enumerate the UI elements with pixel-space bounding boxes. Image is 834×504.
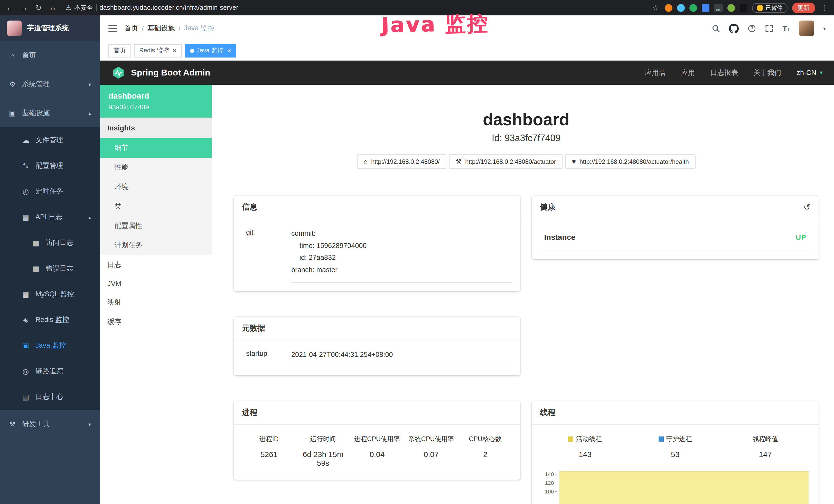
- breadcrumb-separator: /: [142, 24, 144, 32]
- history-icon[interactable]: ↺: [804, 203, 810, 211]
- close-icon[interactable]: ×: [173, 47, 176, 54]
- font-size-icon[interactable]: TT: [782, 24, 790, 32]
- breadcrumb-item-home[interactable]: 首页: [124, 24, 138, 33]
- extension-icon-orange[interactable]: [664, 4, 672, 12]
- sba-nav-applications[interactable]: 应用: [681, 68, 695, 77]
- clock-icon: ◴: [22, 187, 30, 196]
- sba-nav-wallboard[interactable]: 应用墙: [645, 68, 665, 77]
- extension-icon-leaf[interactable]: [727, 4, 735, 12]
- extension-icon-blue-grid[interactable]: [701, 4, 709, 12]
- sidebar-item-system[interactable]: ⚙ 系统管理 ▾: [0, 70, 100, 98]
- instance-link-root[interactable]: ⌂ http://192.168.0.2:48080/: [357, 154, 446, 169]
- sidebar-item-infrastructure[interactable]: ▣ 基础设施 ▴: [0, 98, 100, 127]
- sidebar-item-scheduled-jobs[interactable]: ◴ 定时任务: [0, 179, 100, 204]
- legend-live-threads: 活动线程 143: [540, 435, 630, 459]
- sba-nav-about[interactable]: 关于我们: [753, 68, 781, 77]
- sidebar-item-log-center[interactable]: ▤ 日志中心: [0, 384, 100, 410]
- help-icon[interactable]: [747, 23, 756, 34]
- tag-label: Redis 监控: [139, 46, 169, 55]
- instance-link-actuator[interactable]: ⚒ http://192.168.0.2:48080/actuator: [449, 154, 563, 169]
- user-avatar[interactable]: [799, 21, 814, 36]
- legend-daemon-threads: 守护进程 53: [630, 435, 720, 459]
- sba-item-configprops[interactable]: 配置属性: [100, 216, 212, 236]
- sba-item-jvm[interactable]: JVM: [100, 275, 212, 293]
- hamburger-icon[interactable]: [108, 25, 117, 31]
- github-icon[interactable]: [729, 23, 739, 34]
- profile-paused-chip[interactable]: 已暂停: [752, 3, 787, 13]
- fullscreen-icon[interactable]: [765, 23, 774, 34]
- tag-java-monitor[interactable]: Java 监控 ×: [185, 44, 236, 57]
- sba-item-caches[interactable]: 缓存: [100, 312, 212, 332]
- sba-section-insights[interactable]: Insights: [100, 118, 212, 138]
- sidebar-item-label: 定时任务: [36, 187, 63, 196]
- app-title: 芋道管理系统: [27, 24, 69, 33]
- sba-brand-title: Spring Boot Admin: [131, 68, 211, 78]
- extension-icon-on-badge[interactable]: on: [714, 4, 723, 12]
- sidebar-item-mysql-monitor[interactable]: ▦ MySQL 监控: [0, 281, 100, 307]
- sba-item-scheduled-tasks[interactable]: 计划任务: [100, 236, 212, 255]
- sba-locale-select[interactable]: zh-CN ▾: [796, 69, 823, 76]
- instance-health-row[interactable]: Instance UP: [540, 228, 811, 251]
- tag-redis-monitor[interactable]: Redis 监控 ×: [134, 44, 182, 57]
- sba-nav-journal[interactable]: 日志报表: [710, 68, 738, 77]
- sba-brand[interactable]: Spring Boot Admin: [111, 66, 211, 79]
- metadata-line: 2021-04-27T00:44:31.254+08:00: [291, 348, 512, 361]
- browser-forward-button[interactable]: →: [20, 4, 29, 12]
- sidebar-item-java-monitor[interactable]: ▣ Java 监控: [0, 333, 100, 359]
- instance-title: dashboard: [234, 110, 818, 129]
- threads-chart-plot: [560, 470, 811, 503]
- sba-item-environment[interactable]: 环境: [100, 177, 212, 197]
- chevron-up-icon: ▴: [88, 110, 91, 116]
- chevron-down-icon: ▾: [88, 421, 91, 427]
- app-logo[interactable]: 芋道管理系统: [0, 16, 100, 41]
- chevron-down-icon: ▾: [820, 69, 823, 76]
- breadcrumb-item-infra[interactable]: 基础设施: [147, 24, 175, 33]
- wrench-icon: ⚒: [456, 158, 462, 165]
- close-icon[interactable]: ×: [227, 47, 231, 54]
- extension-icon-dark[interactable]: [740, 4, 747, 12]
- sba-sidebar: dashboard 93a3fc7f7409 Insights 细节 性能 环境…: [100, 85, 212, 504]
- browser-update-button[interactable]: 更新: [792, 2, 815, 13]
- avatar-caret-icon[interactable]: ▾: [823, 25, 826, 31]
- search-icon[interactable]: [711, 23, 720, 34]
- sba-instance-card[interactable]: dashboard 93a3fc7f7409: [100, 85, 212, 118]
- card-title: 线程: [532, 401, 819, 425]
- sba-item-metrics[interactable]: 性能: [100, 158, 212, 177]
- extension-icon-green[interactable]: [689, 4, 697, 12]
- sidebar-item-home[interactable]: ⌂ 首页: [0, 41, 100, 70]
- sba-item-loggers[interactable]: 日志: [100, 255, 212, 275]
- sba-item-mappings[interactable]: 映射: [100, 293, 212, 312]
- browser-reload-button[interactable]: ↻: [34, 4, 43, 12]
- legend-swatch-blue: [659, 436, 664, 442]
- sba-body: dashboard 93a3fc7f7409 Insights 细节 性能 环境…: [100, 85, 834, 504]
- process-column-system-cpu: 系统CPU使用率 0.07: [404, 435, 459, 467]
- sidebar-item-dev-tools[interactable]: ⚒ 研发工具 ▾: [0, 410, 100, 438]
- tag-home[interactable]: 首页: [108, 44, 131, 57]
- instance-link-health[interactable]: ♥ http://192.168.0.2:48080/actuator/heal…: [565, 154, 696, 169]
- sidebar-item-redis-monitor[interactable]: ◈ Redis 监控: [0, 307, 100, 333]
- address-bar[interactable]: dashboard.yudao.iocoder.cn/infra/admin-s…: [100, 4, 239, 11]
- legend-value: 143: [540, 450, 630, 459]
- extension-icon-cyan[interactable]: [677, 4, 684, 12]
- sidebar-item-file-management[interactable]: ☁ 文件管理: [0, 127, 100, 153]
- sidebar-item-label: 系统管理: [22, 79, 50, 89]
- redis-icon: ◈: [22, 316, 30, 324]
- bookmark-star-icon[interactable]: ☆: [651, 4, 660, 12]
- sba-item-beans[interactable]: 类: [100, 197, 212, 216]
- browser-back-button[interactable]: ←: [5, 4, 14, 12]
- info-key: git: [242, 228, 291, 283]
- y-axis-tick: 100: [545, 487, 557, 496]
- sidebar-item-tracing[interactable]: ◎ 链路追踪: [0, 359, 100, 384]
- sidebar-item-api-log[interactable]: ▤ API 日志 ▴: [0, 204, 100, 230]
- browser-menu-icon[interactable]: ⋮: [820, 4, 829, 12]
- sidebar-item-label: 文件管理: [36, 136, 63, 145]
- sidebar-item-error-log[interactable]: ▥ 错误日志: [0, 256, 100, 281]
- sba-content: dashboard Id: 93a3fc7f7409 ⌂ http://192.…: [212, 85, 834, 504]
- sba-item-details[interactable]: 细节: [100, 138, 212, 158]
- chevron-down-icon: ▾: [88, 82, 91, 87]
- sidebar-item-access-log[interactable]: ▥ 访问日志: [0, 230, 100, 256]
- security-chip[interactable]: ⚠ 不安全 dashboard.yudao.iocoder.cn/infra/a…: [66, 3, 238, 12]
- browser-home-button[interactable]: ⌂: [48, 4, 58, 12]
- sidebar-item-config-management[interactable]: ✎ 配置管理: [0, 153, 100, 179]
- document-icon: ▤: [22, 393, 30, 401]
